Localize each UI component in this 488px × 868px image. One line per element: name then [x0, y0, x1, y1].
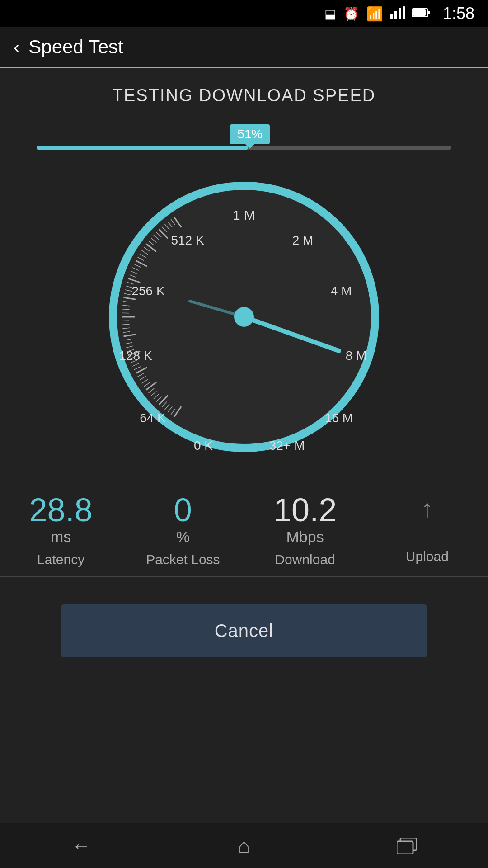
progress-container: 51%	[37, 146, 451, 150]
svg-rect-6	[413, 9, 426, 16]
svg-text:64 K: 64 K	[140, 411, 166, 425]
svg-rect-2	[399, 8, 401, 19]
progress-fill	[37, 146, 248, 150]
cancel-button[interactable]: Cancel	[61, 604, 427, 657]
alarm-icon: ⏰	[343, 6, 359, 21]
home-nav-button[interactable]: ⌂	[217, 835, 271, 857]
signal-icon	[390, 6, 405, 21]
packet-loss-value: 0	[174, 494, 192, 526]
latency-unit: ms	[51, 528, 71, 546]
svg-text:2 M: 2 M	[292, 233, 314, 247]
latency-label: Latency	[37, 552, 84, 567]
download-label: Download	[275, 552, 335, 567]
svg-line-51	[122, 309, 130, 310]
bluetooth-icon: ⬓	[324, 6, 336, 21]
svg-text:4 M: 4 M	[331, 284, 352, 298]
speedometer-svg: 1 M 512 K 256 K 128 K 64 K 0 K 2 M 4 M 8…	[99, 172, 389, 462]
stat-download: 10.2 Mbps Download	[244, 480, 366, 577]
test-status-title: TESTING DOWNLOAD SPEED	[113, 86, 375, 105]
svg-rect-1	[394, 11, 397, 19]
progress-label: 51%	[230, 124, 270, 144]
upload-arrow-icon: ↑	[421, 494, 433, 523]
bottom-nav: ← ⌂	[0, 823, 488, 868]
svg-text:8 M: 8 M	[346, 349, 367, 363]
wifi-icon: 📶	[366, 6, 383, 22]
battery-icon	[412, 8, 430, 19]
svg-line-48	[122, 321, 129, 321]
status-bar: ⬓ ⏰ 📶 1:58	[0, 0, 488, 27]
progress-track	[37, 146, 451, 150]
status-icons: ⬓ ⏰ 📶	[324, 6, 430, 22]
svg-rect-5	[428, 11, 430, 14]
svg-text:0 K: 0 K	[194, 439, 213, 453]
latency-value: 28.8	[29, 494, 93, 526]
nav-bar: ‹ Speed Test	[0, 27, 488, 68]
stat-upload: ↑ - Upload	[366, 480, 488, 577]
svg-text:16 M: 16 M	[325, 411, 353, 425]
svg-text:1 M: 1 M	[233, 208, 255, 222]
svg-text:32+ M: 32+ M	[269, 439, 305, 453]
main-content: TESTING DOWNLOAD SPEED 51% 1 M 512 K 256…	[0, 68, 488, 823]
packet-loss-unit: %	[176, 528, 190, 546]
svg-text:512 K: 512 K	[171, 233, 204, 247]
stat-packet-loss: 0 % Packet Loss	[122, 480, 244, 577]
stats-row: 28.8 ms Latency 0 % Packet Loss 10.2 Mbp…	[0, 480, 488, 577]
svg-line-47	[122, 324, 130, 325]
svg-rect-84	[397, 841, 413, 854]
back-nav-button[interactable]: ←	[54, 835, 108, 857]
download-unit: Mbps	[286, 528, 324, 546]
speedometer: 1 M 512 K 256 K 128 K 64 K 0 K 2 M 4 M 8…	[99, 172, 389, 462]
svg-line-50	[122, 313, 129, 313]
packet-loss-label: Packet Loss	[146, 552, 220, 567]
upload-label: Upload	[406, 549, 449, 564]
svg-rect-3	[403, 6, 405, 19]
download-value: 10.2	[273, 494, 337, 526]
svg-rect-0	[390, 14, 393, 19]
svg-text:256 K: 256 K	[131, 284, 164, 298]
page-title: Speed Test	[28, 36, 123, 58]
stat-latency: 28.8 ms Latency	[0, 480, 122, 577]
back-button[interactable]: ‹	[14, 37, 19, 57]
recents-nav-button[interactable]	[380, 838, 434, 854]
status-time: 1:58	[443, 4, 474, 23]
